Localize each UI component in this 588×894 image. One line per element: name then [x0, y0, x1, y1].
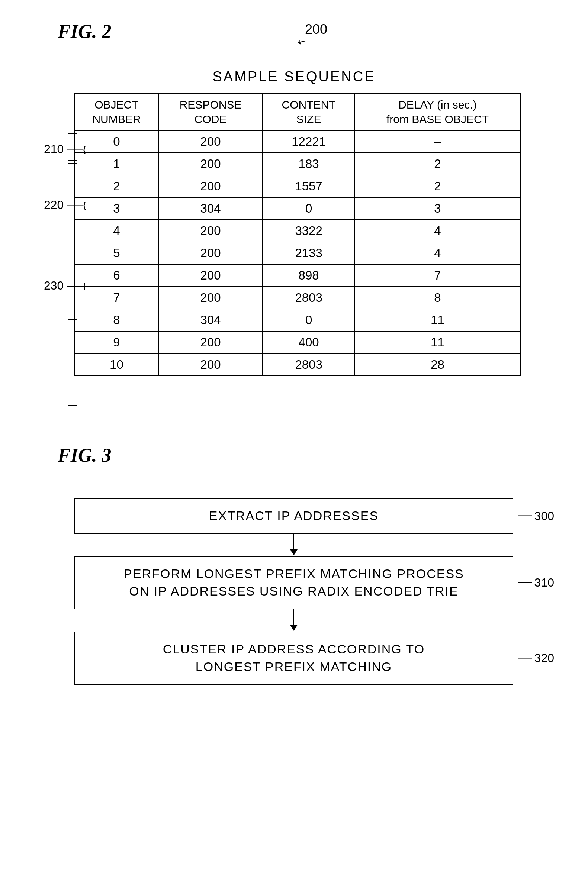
table-row: 8304011: [75, 309, 520, 331]
table-cell-code: 200: [159, 175, 263, 197]
annotation-220: 220 ——{: [44, 198, 86, 212]
table-row: 330403: [75, 197, 520, 220]
table-cell-code: 200: [159, 242, 263, 264]
ref-200: 200: [305, 21, 327, 37]
flowchart: EXTRACT IP ADDRESSES 300 PERFORM LONGEST…: [74, 498, 513, 685]
table-row: 520021334: [75, 242, 520, 264]
bracket-210: [66, 132, 77, 162]
table-cell-obj: 2: [75, 175, 159, 197]
table-cell-delay: 11: [355, 309, 520, 331]
table-cell-size: 0: [263, 197, 355, 220]
table-row: 020012221–: [75, 130, 520, 153]
table-cell-obj: 0: [75, 130, 159, 153]
table-cell-obj: 4: [75, 220, 159, 242]
fig2-title: FIG. 2: [57, 20, 111, 42]
table-cell-obj: 9: [75, 331, 159, 353]
table-cell-delay: 2: [355, 153, 520, 175]
table-cell-obj: 10: [75, 353, 159, 376]
table-cell-size: 898: [263, 264, 355, 287]
ref-310: 310: [518, 576, 554, 590]
table-cell-obj: 8: [75, 309, 159, 331]
table-cell-obj: 6: [75, 264, 159, 287]
sample-sequence-label: SAMPLE SEQUENCE: [0, 69, 588, 85]
table-cell-delay: 4: [355, 220, 520, 242]
table-cell-size: 3322: [263, 220, 355, 242]
flow-box-310-container: PERFORM LONGEST PREFIX MATCHING PROCESSO…: [74, 556, 513, 609]
flow-box-300-container: EXTRACT IP ADDRESSES 300: [74, 498, 513, 534]
table-cell-size: 0: [263, 309, 355, 331]
table-cell-code: 304: [159, 309, 263, 331]
col-header-response-code: RESPONSECODE: [159, 93, 263, 130]
table-cell-delay: –: [355, 130, 520, 153]
flow-arrow-2: [74, 609, 513, 631]
table-cell-size: 2803: [263, 353, 355, 376]
col-header-delay: DELAY (in sec.)from BASE OBJECT: [355, 93, 520, 130]
col-header-content-size: CONTENTSIZE: [263, 93, 355, 130]
table-cell-delay: 11: [355, 331, 520, 353]
table-cell-size: 183: [263, 153, 355, 175]
table-cell-code: 200: [159, 287, 263, 309]
flow-box-320-container: CLUSTER IP ADDRESS ACCORDING TOLONGEST P…: [74, 631, 513, 685]
table-row: 220015572: [75, 175, 520, 197]
table-row: 12001832: [75, 153, 520, 175]
flow-box-300: EXTRACT IP ADDRESSES: [74, 498, 513, 534]
table-cell-delay: 3: [355, 197, 520, 220]
table-cell-size: 2133: [263, 242, 355, 264]
table-cell-code: 200: [159, 353, 263, 376]
bracket-230: [66, 318, 77, 407]
table-cell-delay: 8: [355, 287, 520, 309]
ref-320: 320: [518, 651, 554, 665]
table-cell-code: 304: [159, 197, 263, 220]
fig3-title: FIG. 3: [57, 444, 111, 466]
ref-300: 300: [518, 509, 554, 523]
table-cell-delay: 28: [355, 353, 520, 376]
table-cell-delay: 4: [355, 242, 520, 264]
table-row: 420033224: [75, 220, 520, 242]
annotation-210: 210 ——{: [44, 142, 86, 156]
flow-arrow-1: [74, 534, 513, 556]
table-row: 920040011: [75, 331, 520, 353]
table-row: 720028038: [75, 287, 520, 309]
table-cell-size: 12221: [263, 130, 355, 153]
table-row: 10200280328: [75, 353, 520, 376]
table-cell-code: 200: [159, 264, 263, 287]
table-cell-size: 400: [263, 331, 355, 353]
table-cell-size: 2803: [263, 287, 355, 309]
flow-box-310: PERFORM LONGEST PREFIX MATCHING PROCESSO…: [74, 556, 513, 609]
table-cell-obj: 1: [75, 153, 159, 175]
bracket-220: [66, 162, 77, 318]
table-cell-code: 200: [159, 220, 263, 242]
table-cell-code: 200: [159, 153, 263, 175]
table-cell-size: 1557: [263, 175, 355, 197]
table-cell-obj: 7: [75, 287, 159, 309]
table-row: 62008987: [75, 264, 520, 287]
flow-box-320: CLUSTER IP ADDRESS ACCORDING TOLONGEST P…: [74, 631, 513, 685]
table-cell-obj: 3: [75, 197, 159, 220]
table-cell-code: 200: [159, 130, 263, 153]
sample-sequence-table: OBJECTNUMBER RESPONSECODE CONTENTSIZE DE…: [74, 93, 521, 376]
col-header-object-number: OBJECTNUMBER: [75, 93, 159, 130]
annotation-230: 230 ——{: [44, 279, 86, 293]
table-cell-code: 200: [159, 331, 263, 353]
table-cell-delay: 7: [355, 264, 520, 287]
table-cell-delay: 2: [355, 175, 520, 197]
table-cell-obj: 5: [75, 242, 159, 264]
